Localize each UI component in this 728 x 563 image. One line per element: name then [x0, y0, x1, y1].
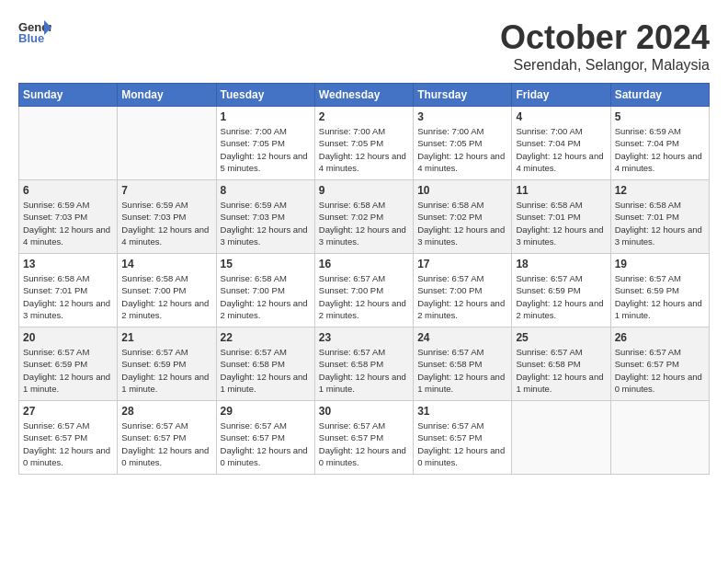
day-number: 25: [516, 331, 606, 344]
calendar-cell: 3Sunrise: 7:00 AM Sunset: 7:05 PM Daylig…: [414, 107, 512, 180]
weekday-header: Tuesday: [216, 84, 314, 107]
day-number: 19: [615, 258, 705, 270]
day-info: Sunrise: 7:00 AM Sunset: 7:05 PM Dayligh…: [319, 125, 409, 174]
day-number: 27: [23, 405, 113, 418]
day-number: 26: [615, 331, 705, 344]
calendar-cell: 2Sunrise: 7:00 AM Sunset: 7:05 PM Daylig…: [314, 107, 413, 180]
calendar-week-row: 20Sunrise: 6:57 AM Sunset: 6:59 PM Dayli…: [19, 327, 710, 401]
day-info: Sunrise: 7:00 AM Sunset: 7:05 PM Dayligh…: [221, 125, 311, 174]
day-info: Sunrise: 6:57 AM Sunset: 6:57 PM Dayligh…: [417, 419, 507, 468]
day-number: 24: [417, 331, 507, 344]
calendar-cell: [19, 107, 118, 180]
title-area: October 2024 Serendah, Selangor, Malaysi…: [500, 18, 710, 74]
svg-text:Blue: Blue: [18, 31, 44, 45]
weekday-header: Friday: [512, 84, 610, 107]
logo-icon: General Blue: [18, 18, 51, 46]
day-number: 23: [319, 331, 409, 344]
day-info: Sunrise: 6:58 AM Sunset: 7:01 PM Dayligh…: [516, 199, 606, 247]
day-info: Sunrise: 6:57 AM Sunset: 6:57 PM Dayligh…: [121, 419, 211, 468]
day-number: 6: [23, 184, 113, 197]
calendar-header-row: SundayMondayTuesdayWednesdayThursdayFrid…: [19, 84, 710, 107]
day-info: Sunrise: 6:57 AM Sunset: 6:58 PM Dayligh…: [417, 346, 507, 395]
calendar-cell: [512, 401, 610, 475]
calendar-table: SundayMondayTuesdayWednesdayThursdayFrid…: [18, 83, 710, 475]
calendar-week-row: 6Sunrise: 6:59 AM Sunset: 7:03 PM Daylig…: [19, 180, 710, 254]
day-info: Sunrise: 6:57 AM Sunset: 6:58 PM Dayligh…: [516, 346, 606, 395]
calendar-cell: 18Sunrise: 6:57 AM Sunset: 6:59 PM Dayli…: [512, 254, 610, 327]
calendar-cell: 28Sunrise: 6:57 AM Sunset: 6:57 PM Dayli…: [118, 401, 216, 475]
calendar-cell: [610, 401, 709, 475]
day-info: Sunrise: 6:58 AM Sunset: 7:01 PM Dayligh…: [615, 199, 705, 247]
day-number: 30: [319, 405, 409, 418]
calendar-week-row: 27Sunrise: 6:57 AM Sunset: 6:57 PM Dayli…: [19, 401, 710, 475]
calendar-cell: 27Sunrise: 6:57 AM Sunset: 6:57 PM Dayli…: [19, 401, 118, 475]
calendar-cell: 1Sunrise: 7:00 AM Sunset: 7:05 PM Daylig…: [216, 107, 314, 180]
day-info: Sunrise: 6:57 AM Sunset: 6:58 PM Dayligh…: [221, 346, 311, 395]
calendar-cell: 21Sunrise: 6:57 AM Sunset: 6:59 PM Dayli…: [118, 327, 216, 401]
day-number: 4: [516, 110, 606, 123]
calendar-cell: 7Sunrise: 6:59 AM Sunset: 7:03 PM Daylig…: [118, 180, 216, 254]
calendar-cell: 10Sunrise: 6:58 AM Sunset: 7:02 PM Dayli…: [414, 180, 512, 254]
header: General Blue October 2024 Serendah, Sela…: [18, 18, 710, 74]
weekday-header: Thursday: [414, 84, 512, 107]
day-info: Sunrise: 6:57 AM Sunset: 7:00 PM Dayligh…: [319, 272, 409, 321]
day-info: Sunrise: 6:59 AM Sunset: 7:03 PM Dayligh…: [221, 199, 311, 247]
day-info: Sunrise: 6:57 AM Sunset: 6:59 PM Dayligh…: [121, 346, 211, 395]
calendar-cell: 16Sunrise: 6:57 AM Sunset: 7:00 PM Dayli…: [314, 254, 413, 327]
calendar-cell: 5Sunrise: 6:59 AM Sunset: 7:04 PM Daylig…: [610, 107, 709, 180]
weekday-header: Saturday: [610, 84, 709, 107]
calendar-cell: 25Sunrise: 6:57 AM Sunset: 6:58 PM Dayli…: [512, 327, 610, 401]
calendar-cell: 20Sunrise: 6:57 AM Sunset: 6:59 PM Dayli…: [19, 327, 118, 401]
calendar-cell: 12Sunrise: 6:58 AM Sunset: 7:01 PM Dayli…: [610, 180, 709, 254]
day-info: Sunrise: 6:57 AM Sunset: 6:57 PM Dayligh…: [615, 346, 705, 395]
calendar-cell: 26Sunrise: 6:57 AM Sunset: 6:57 PM Dayli…: [610, 327, 709, 401]
day-info: Sunrise: 6:59 AM Sunset: 7:03 PM Dayligh…: [121, 199, 211, 247]
day-number: 2: [319, 110, 409, 123]
calendar-cell: 30Sunrise: 6:57 AM Sunset: 6:57 PM Dayli…: [314, 401, 413, 475]
day-info: Sunrise: 6:58 AM Sunset: 7:00 PM Dayligh…: [221, 272, 311, 321]
day-info: Sunrise: 6:57 AM Sunset: 6:57 PM Dayligh…: [319, 419, 409, 468]
weekday-header: Sunday: [19, 84, 118, 107]
day-info: Sunrise: 6:59 AM Sunset: 7:03 PM Dayligh…: [23, 199, 113, 247]
calendar-body: 1Sunrise: 7:00 AM Sunset: 7:05 PM Daylig…: [19, 107, 710, 475]
day-info: Sunrise: 6:58 AM Sunset: 7:02 PM Dayligh…: [417, 199, 507, 247]
day-info: Sunrise: 7:00 AM Sunset: 7:04 PM Dayligh…: [516, 125, 606, 174]
day-number: 13: [23, 258, 113, 270]
calendar-cell: 13Sunrise: 6:58 AM Sunset: 7:01 PM Dayli…: [19, 254, 118, 327]
day-number: 20: [23, 331, 113, 344]
day-number: 15: [221, 258, 311, 270]
day-number: 5: [615, 110, 705, 123]
calendar-cell: 4Sunrise: 7:00 AM Sunset: 7:04 PM Daylig…: [512, 107, 610, 180]
day-number: 29: [221, 405, 311, 418]
day-info: Sunrise: 6:57 AM Sunset: 6:59 PM Dayligh…: [615, 272, 705, 321]
calendar-cell: 29Sunrise: 6:57 AM Sunset: 6:57 PM Dayli…: [216, 401, 314, 475]
calendar-cell: 15Sunrise: 6:58 AM Sunset: 7:00 PM Dayli…: [216, 254, 314, 327]
calendar-cell: 22Sunrise: 6:57 AM Sunset: 6:58 PM Dayli…: [216, 327, 314, 401]
day-info: Sunrise: 6:57 AM Sunset: 6:59 PM Dayligh…: [23, 346, 113, 395]
day-number: 14: [121, 258, 211, 270]
calendar-week-row: 13Sunrise: 6:58 AM Sunset: 7:01 PM Dayli…: [19, 254, 710, 327]
calendar-cell: 6Sunrise: 6:59 AM Sunset: 7:03 PM Daylig…: [19, 180, 118, 254]
day-number: 16: [319, 258, 409, 270]
day-number: 22: [221, 331, 311, 344]
calendar-cell: 9Sunrise: 6:58 AM Sunset: 7:02 PM Daylig…: [314, 180, 413, 254]
day-info: Sunrise: 6:57 AM Sunset: 6:57 PM Dayligh…: [221, 419, 311, 468]
weekday-header: Wednesday: [314, 84, 413, 107]
day-number: 17: [417, 258, 507, 270]
day-number: 10: [417, 184, 507, 197]
day-info: Sunrise: 6:59 AM Sunset: 7:04 PM Dayligh…: [615, 125, 705, 174]
month-title: October 2024: [500, 18, 710, 57]
calendar-cell: 11Sunrise: 6:58 AM Sunset: 7:01 PM Dayli…: [512, 180, 610, 254]
day-info: Sunrise: 6:57 AM Sunset: 6:57 PM Dayligh…: [23, 419, 113, 468]
day-info: Sunrise: 6:58 AM Sunset: 7:01 PM Dayligh…: [23, 272, 113, 321]
day-info: Sunrise: 6:57 AM Sunset: 7:00 PM Dayligh…: [417, 272, 507, 321]
calendar-week-row: 1Sunrise: 7:00 AM Sunset: 7:05 PM Daylig…: [19, 107, 710, 180]
day-info: Sunrise: 6:57 AM Sunset: 6:58 PM Dayligh…: [319, 346, 409, 395]
day-number: 12: [615, 184, 705, 197]
day-number: 31: [417, 405, 507, 418]
day-number: 11: [516, 184, 606, 197]
calendar-cell: 23Sunrise: 6:57 AM Sunset: 6:58 PM Dayli…: [314, 327, 413, 401]
calendar-cell: 8Sunrise: 6:59 AM Sunset: 7:03 PM Daylig…: [216, 180, 314, 254]
calendar-cell: [118, 107, 216, 180]
day-info: Sunrise: 6:57 AM Sunset: 6:59 PM Dayligh…: [516, 272, 606, 321]
